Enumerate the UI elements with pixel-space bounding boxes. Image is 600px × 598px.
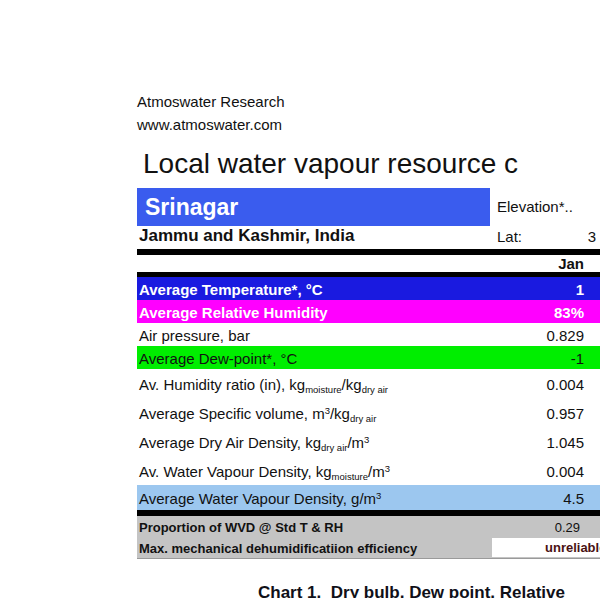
org-name: Atmoswater Research <box>137 90 285 113</box>
latitude-label: Lat: <box>497 228 522 245</box>
city-name: Srinagar <box>137 188 490 226</box>
row-label: Average Specific volume, m3/kgdry air <box>139 404 376 421</box>
page-title: Local water vapour resource c <box>143 148 518 180</box>
table-row-dew-point: Average Dew-point*, °C -1 <box>137 346 600 369</box>
table-row-air-pressure: Air pressure, bar 0.829 <box>137 323 600 346</box>
table-row-relative-humidity: Average Relative Humidity 83% <box>137 300 600 323</box>
summary-row-efficiency: Max. mechanical dehumidificatiion effici… <box>137 537 600 558</box>
row-value: 1 <box>576 280 584 297</box>
row-label: Average Water Vapour Density, g/m3 <box>139 489 381 506</box>
region-name: Jammu and Kashmir, India <box>139 226 354 246</box>
row-label: Av. Humidity ratio (in), kgmoisture/kgdr… <box>139 375 388 392</box>
latitude-value: 3 <box>588 228 596 245</box>
month-header-row: Jan <box>137 255 600 272</box>
row-value: -1 <box>571 349 584 366</box>
row-value: 0.829 <box>546 326 584 343</box>
elevation-label: Elevation*.. <box>497 198 573 215</box>
row-value: 83% <box>554 303 584 320</box>
table-row-humidity-ratio: Av. Humidity ratio (in), kgmoisture/kgdr… <box>137 369 600 398</box>
table-row-dry-air-density: Average Dry Air Density, kgdry air/m3 1.… <box>137 427 600 456</box>
row-label: Average Temperature*, °C <box>139 280 323 297</box>
data-table: Average Temperature*, °C 1 Average Relat… <box>137 277 600 510</box>
efficiency-value-cell: unreliable <box>492 538 600 557</box>
row-label: Average Relative Humidity <box>139 303 328 320</box>
row-label: Average Dew-point*, °C <box>139 349 297 366</box>
org-url: www.atmoswater.com <box>137 113 285 136</box>
table-row-specific-volume: Average Specific volume, m3/kgdry air 0.… <box>137 398 600 427</box>
brand-block: Atmoswater Research www.atmoswater.com <box>137 90 285 136</box>
chart-caption: Chart 1. Dry bulb, Dew point, Relative <box>258 583 565 598</box>
table-row-temperature: Average Temperature*, °C 1 <box>137 277 600 300</box>
region-row: Jammu and Kashmir, India Lat: 3 <box>137 226 600 248</box>
summary-row-proportion: Proportion of WVD @ Std T & RH 0.29 <box>137 516 600 537</box>
row-label: Av. Water Vapour Density, kgmoisture/m3 <box>139 462 390 479</box>
row-value: 0.004 <box>546 462 584 479</box>
page: Atmoswater Research www.atmoswater.com L… <box>0 0 600 598</box>
efficiency-value: unreliable <box>492 538 600 557</box>
row-value: 1.045 <box>546 433 584 450</box>
row-value: 0.004 <box>546 375 584 392</box>
month-column-header: Jan <box>558 255 584 272</box>
summary-label: Proportion of WVD @ Std T & RH <box>139 519 343 534</box>
row-value: 0.957 <box>546 404 584 421</box>
summary-label: Max. mechanical dehumidificatiion effici… <box>139 540 417 555</box>
summary-value: 0.29 <box>555 519 580 534</box>
city-banner: Srinagar <box>137 188 490 226</box>
table-row-water-vapour-density-kg: Av. Water Vapour Density, kgmoisture/m3 … <box>137 456 600 485</box>
row-label: Average Dry Air Density, kgdry air/m3 <box>139 433 369 450</box>
table-row-water-vapour-density-g: Average Water Vapour Density, g/m3 4.5 <box>137 485 600 510</box>
row-value: 4.5 <box>563 489 584 506</box>
row-label: Air pressure, bar <box>139 326 250 343</box>
summary-block: Proportion of WVD @ Std T & RH 0.29 Max.… <box>137 516 600 559</box>
